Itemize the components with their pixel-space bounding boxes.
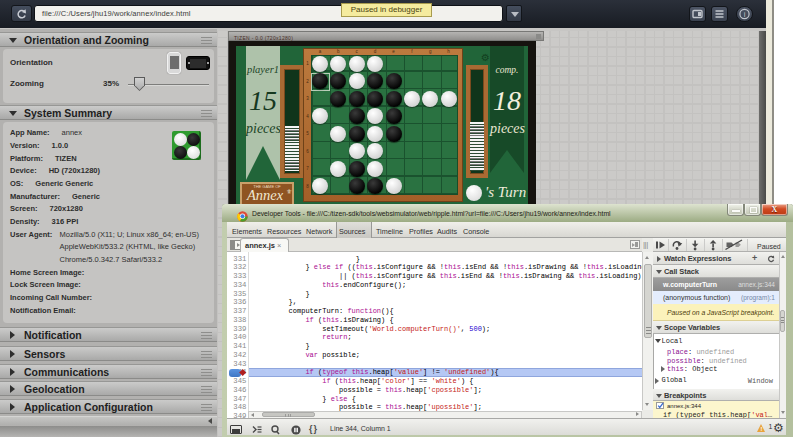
svg-text:i: i <box>744 10 746 19</box>
